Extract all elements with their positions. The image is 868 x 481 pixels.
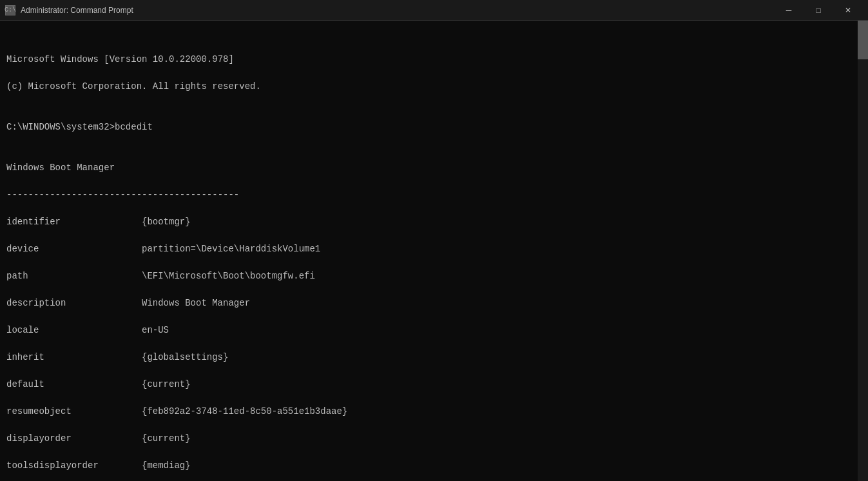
command-prompt-window: C:\ Administrator: Command Prompt ─ □ ✕ … bbox=[0, 0, 868, 481]
kv-row: resumeobject{feb892a2-3748-11ed-8c50-a55… bbox=[6, 405, 862, 418]
kv-key: device bbox=[6, 242, 142, 256]
kv-value: {bootmgr} bbox=[142, 215, 191, 229]
kv-row: inherit{globalsettings} bbox=[6, 351, 862, 364]
window-title: Administrator: Command Prompt bbox=[21, 6, 774, 15]
kv-row: toolsdisplayorder{memdiag} bbox=[6, 459, 862, 473]
maximize-button[interactable]: □ bbox=[804, 0, 833, 21]
kv-row: displayorder{current} bbox=[6, 432, 862, 446]
kv-key: identifier bbox=[6, 215, 142, 229]
kv-value: {memdiag} bbox=[142, 459, 191, 473]
kv-value: {globalsettings} bbox=[142, 351, 228, 364]
kv-row: identifier{bootmgr} bbox=[6, 215, 862, 229]
kv-value: {feb892a2-3748-11ed-8c50-a551e1b3daae} bbox=[142, 405, 347, 418]
kv-value: Windows Boot Manager bbox=[142, 297, 250, 310]
console-area: Microsoft Windows [Version 10.0.22000.97… bbox=[0, 21, 868, 481]
kv-value: {current} bbox=[142, 378, 191, 391]
kv-row: descriptionWindows Boot Manager bbox=[6, 297, 862, 310]
kv-key: default bbox=[6, 378, 142, 391]
kv-key: toolsdisplayorder bbox=[6, 459, 142, 473]
kv-row: path\EFI\Microsoft\Boot\bootmgfw.efi bbox=[6, 270, 862, 283]
kv-key: description bbox=[6, 297, 142, 310]
window-icon: C:\ bbox=[5, 5, 15, 15]
kv-key: inherit bbox=[6, 351, 142, 364]
kv-row: devicepartition=\Device\HarddiskVolume1 bbox=[6, 242, 862, 256]
kv-value: partition=\Device\HarddiskVolume1 bbox=[142, 242, 320, 256]
separator-line: ----------------------------------------… bbox=[6, 188, 862, 202]
kv-value: {current} bbox=[142, 432, 191, 446]
command-prompt-line: C:\WINDOWS\system32>bcdedit bbox=[6, 121, 862, 134]
kv-key: displayorder bbox=[6, 432, 142, 446]
section-header: Windows Boot Manager bbox=[6, 161, 862, 175]
kv-value: en-US bbox=[142, 324, 169, 337]
console-content: Microsoft Windows [Version 10.0.22000.97… bbox=[6, 26, 862, 481]
minimize-button[interactable]: ─ bbox=[774, 0, 804, 21]
text-line: (c) Microsoft Corporation. All rights re… bbox=[6, 80, 862, 93]
kv-row: localeen-US bbox=[6, 324, 862, 337]
kv-value: \EFI\Microsoft\Boot\bootmgfw.efi bbox=[142, 270, 315, 283]
text-line: Microsoft Windows [Version 10.0.22000.97… bbox=[6, 53, 862, 66]
kv-key: path bbox=[6, 270, 142, 283]
kv-row: default{current} bbox=[6, 378, 862, 391]
scrollbar[interactable] bbox=[858, 21, 868, 481]
window-controls: ─ □ ✕ bbox=[774, 0, 863, 21]
kv-key: locale bbox=[6, 324, 142, 337]
close-button[interactable]: ✕ bbox=[833, 0, 863, 21]
title-bar: C:\ Administrator: Command Prompt ─ □ ✕ bbox=[0, 0, 868, 21]
scrollbar-thumb[interactable] bbox=[858, 21, 868, 59]
kv-key: resumeobject bbox=[6, 405, 142, 418]
